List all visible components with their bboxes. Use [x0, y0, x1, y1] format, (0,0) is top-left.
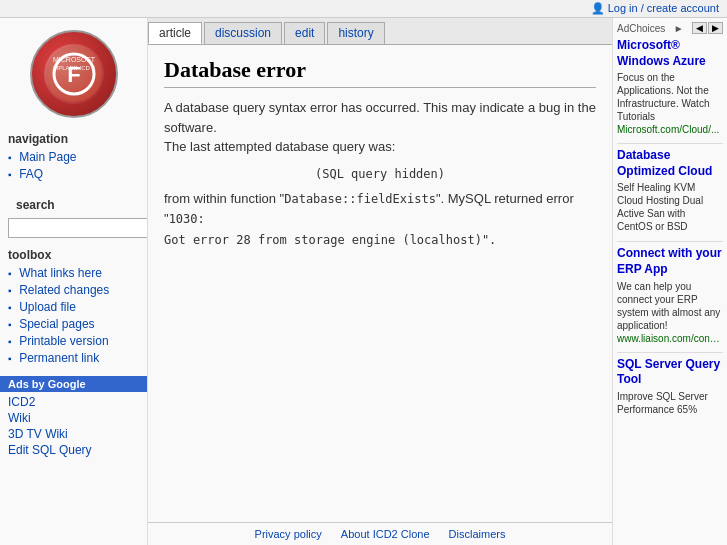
navigation-title: navigation — [0, 126, 147, 148]
tab-article[interactable]: article — [148, 22, 202, 44]
svg-text:MPLABR ICD 2: MPLABR ICD 2 — [53, 65, 95, 71]
ad-block-2: Database Optimized Cloud Self Healing KV… — [617, 148, 723, 233]
error-detail: from within function "Database::fieldExi… — [164, 189, 596, 251]
svg-text:F: F — [67, 62, 80, 87]
footer-disclaimers[interactable]: Disclaimers — [449, 528, 506, 540]
ad-next-button[interactable]: ▶ — [708, 22, 723, 34]
search-input-row: Go Search — [8, 218, 139, 238]
ad-choices-header: AdChoices ► ◀ ▶ — [617, 22, 723, 34]
page-content: Database error A database query syntax e… — [148, 45, 612, 522]
error-desc-text: A database query syntax error has occurr… — [164, 100, 596, 154]
search-input[interactable] — [8, 218, 148, 238]
ads-google-item-editsql[interactable]: Edit SQL Query — [8, 442, 139, 458]
ad-title-1[interactable]: Microsoft® Windows Azure — [617, 38, 723, 69]
toolbox-item-permanent[interactable]: Permanent link — [8, 349, 147, 366]
site-logo: F MICROSOFT MPLABR ICD 2 — [30, 30, 118, 118]
ads-google-item-icd2[interactable]: ICD2 — [8, 394, 139, 410]
ad-title-3[interactable]: Connect with your ERP App — [617, 246, 723, 277]
toolbox-item-related[interactable]: Related changes — [8, 281, 147, 298]
ad-text-1: Focus on the Applications. Not the Infra… — [617, 71, 723, 123]
logo-area: F MICROSOFT MPLABR ICD 2 — [0, 22, 147, 126]
ad-choices-label: AdChoices — [617, 23, 665, 34]
page-title: Database error — [164, 57, 596, 88]
ad-text-3: We can help you connect your ERP system … — [617, 280, 723, 332]
ad-block-1: Microsoft® Windows Azure Focus on the Ap… — [617, 38, 723, 135]
nav-item-main-page[interactable]: Main Page — [8, 148, 147, 165]
toolbox-item-special[interactable]: Special pages — [8, 315, 147, 332]
toolbox-list: What links here Related changes Upload f… — [0, 264, 147, 372]
right-panel: AdChoices ► ◀ ▶ Microsoft® Windows Azure… — [612, 18, 727, 545]
ads-google-section: Ads by Google ICD2 Wiki 3D TV Wiki Edit … — [0, 376, 147, 460]
ad-text-2: Self Healing KVM Cloud Hosting Dual Acti… — [617, 181, 723, 233]
footer-privacy[interactable]: Privacy policy — [255, 528, 322, 540]
ad-nav-arrows: ◀ ▶ — [692, 22, 723, 34]
footer: Privacy policy About ICD2 Clone Disclaim… — [148, 522, 612, 545]
ad-block-3: Connect with your ERP App We can help yo… — [617, 246, 723, 343]
ad-url-3: www.liaison.com/conn... — [617, 333, 723, 344]
toolbox-item-upload[interactable]: Upload file — [8, 298, 147, 315]
error-code: 1030: — [169, 212, 205, 226]
ads-google-list: ICD2 Wiki 3D TV Wiki Edit SQL Query — [0, 392, 147, 460]
ad-prev-button[interactable]: ◀ — [692, 22, 707, 34]
top-bar: 👤 Log in / create account — [0, 0, 727, 18]
tab-history[interactable]: history — [327, 22, 384, 44]
ad-block-4: SQL Server Query Tool Improve SQL Server… — [617, 357, 723, 416]
ad-title-2[interactable]: Database Optimized Cloud — [617, 148, 723, 179]
tab-discussion[interactable]: discussion — [204, 22, 282, 44]
sql-query-block: (SQL query hidden) — [164, 167, 596, 181]
error-description: A database query syntax error has occurr… — [164, 98, 596, 157]
error-function: Database::fieldExists — [284, 192, 436, 206]
ad-choices-icon: ► — [674, 23, 684, 34]
svg-text:MICROSOFT: MICROSOFT — [53, 56, 96, 63]
error-from-text: from within function " — [164, 191, 284, 206]
search-title: search — [8, 192, 139, 214]
user-icon: 👤 — [591, 2, 605, 15]
navigation-list: Main Page FAQ — [0, 148, 147, 188]
nav-item-faq[interactable]: FAQ — [8, 165, 147, 182]
svg-point-1 — [54, 54, 94, 94]
sidebar: F MICROSOFT MPLABR ICD 2 navigation Main… — [0, 18, 148, 545]
toolbox-item-printable[interactable]: Printable version — [8, 332, 147, 349]
tabs-bar: article discussion edit history — [148, 18, 612, 45]
ads-google-header: Ads by Google — [0, 376, 147, 392]
ad-text-4: Improve SQL Server Performance 65% — [617, 390, 723, 416]
svg-point-0 — [46, 46, 102, 102]
tab-edit[interactable]: edit — [284, 22, 325, 44]
ad-url-1: Microsoft.com/Cloud/... — [617, 124, 723, 135]
ads-google-item-wiki[interactable]: Wiki — [8, 410, 139, 426]
login-link[interactable]: Log in / create account — [608, 2, 719, 15]
search-section: search Go Search — [0, 188, 147, 242]
error-message-text: Got error 28 from storage engine (localh… — [164, 233, 496, 247]
ad-title-4[interactable]: SQL Server Query Tool — [617, 357, 723, 388]
sql-query-text: (SQL query hidden) — [315, 167, 445, 181]
toolbox-item-whats-links[interactable]: What links here — [8, 264, 147, 281]
ads-google-item-3dtv[interactable]: 3D TV Wiki — [8, 426, 139, 442]
toolbox-title: toolbox — [0, 242, 147, 264]
footer-about[interactable]: About ICD2 Clone — [341, 528, 430, 540]
logo-svg: F MICROSOFT MPLABR ICD 2 — [44, 44, 104, 104]
center-col: article discussion edit history Database… — [148, 18, 612, 545]
